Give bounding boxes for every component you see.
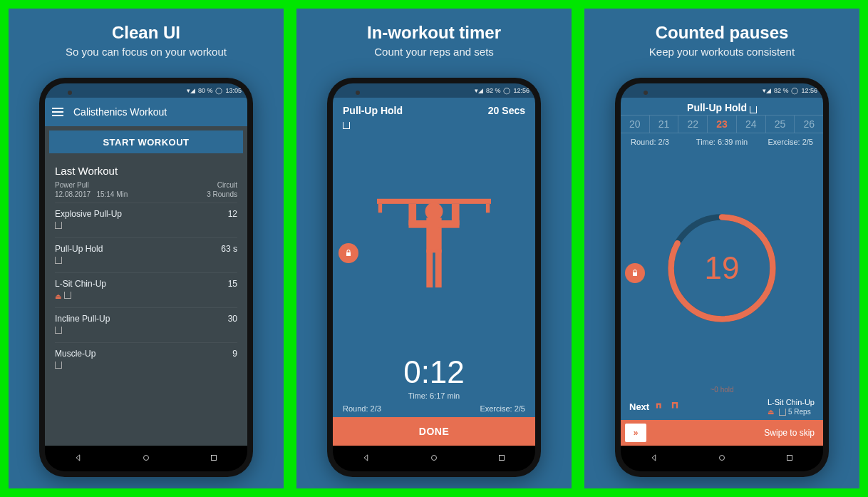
status-bar: ▾◢ 82 % ◯ 12:56	[333, 83, 535, 98]
next-label: Next	[629, 401, 649, 412]
svg-point-13	[431, 455, 436, 460]
exercise-value: 9	[232, 349, 237, 359]
rail-tick-current[interactable]: 23	[707, 116, 736, 133]
weight-icon: ⏏	[768, 408, 774, 416]
phone-mock: ▾◢ 82 % ◯ 12:56 Pull-Up Hold 20 Secs	[327, 78, 541, 477]
lock-button[interactable]	[625, 263, 645, 283]
panel-title: In-workout timer	[367, 23, 501, 43]
svg-rect-10	[438, 220, 459, 228]
panel-subtitle: Count your reps and sets	[374, 46, 494, 58]
workout-meta: Power Pull 12.08.2017 15:14 Min Circuit …	[55, 181, 237, 198]
battery-text: 80 %	[198, 87, 213, 94]
workout-name: Power Pull	[55, 181, 128, 189]
svg-rect-12	[435, 250, 442, 287]
rail-tick[interactable]: 25	[765, 116, 795, 133]
panel-subtitle: Keep your workouts consistent	[649, 46, 795, 58]
hold-note: ~0 hold	[621, 386, 823, 394]
workout-type: Circuit	[217, 181, 237, 189]
back-icon[interactable]	[640, 453, 668, 465]
showcase-container: Clean UI So you can focus on your workou…	[9, 9, 859, 488]
workout-rounds: 3 Rounds	[207, 190, 237, 198]
svg-point-5	[425, 203, 443, 220]
status-bar: ▾◢ 82 % ◯ 12:56	[621, 83, 823, 98]
exercise-duration: 20 Secs	[488, 105, 525, 116]
phone-mock: ▾◢ 80 % ◯ 13:05 Calisthenics Workout STA…	[39, 78, 253, 477]
elapsed-time: Time: 6:39 min	[696, 138, 748, 146]
list-item[interactable]: L-Sit Chin-Up⏏ 15	[55, 272, 237, 307]
rail-tick[interactable]: 24	[736, 116, 765, 133]
app-bar: Calisthenics Workout	[45, 98, 247, 126]
recent-icon[interactable]	[487, 453, 516, 465]
next-exercise-row: Next L-Sit Chin-Up ⏏ 5 Reps	[621, 394, 823, 420]
list-item[interactable]: Pull-Up Hold 63 s	[55, 237, 237, 272]
back-icon[interactable]	[352, 453, 381, 465]
box-icon	[55, 222, 62, 229]
panel-title: Clean UI	[112, 23, 180, 43]
box-icon	[55, 327, 62, 334]
start-workout-button[interactable]: START WORKOUT	[49, 130, 243, 153]
svg-rect-18	[787, 455, 792, 460]
exercise-value: 30	[228, 314, 237, 324]
workout-duration: 15:14 Min	[96, 190, 128, 198]
last-workout-card: Last Workout Power Pull 12.08.2017 15:14…	[45, 158, 247, 446]
exercise-name: Pull-Up Hold	[55, 244, 103, 254]
exercise-count: Exercise: 2/5	[768, 138, 813, 146]
exercise-name: Incline Pull-Up	[55, 314, 110, 324]
back-icon[interactable]	[64, 453, 93, 465]
home-icon[interactable]	[708, 453, 736, 465]
recent-icon[interactable]	[200, 453, 228, 465]
exercise-name: Explosive Pull-Up	[55, 209, 122, 219]
list-item[interactable]: Explosive Pull-Up 12	[55, 203, 237, 237]
countdown-value: 19	[705, 250, 740, 286]
exercise-name: L-Sit Chin-Up	[55, 279, 106, 289]
home-icon[interactable]	[420, 453, 448, 465]
exercise-value: 63 s	[221, 244, 237, 254]
rail-tick[interactable]: 26	[794, 116, 823, 133]
swipe-to-skip[interactable]: » Swipe to skip	[621, 420, 823, 446]
rail-tick[interactable]: 22	[678, 116, 707, 133]
next-exercise-icon	[655, 401, 683, 414]
exercise-value: 15	[228, 279, 237, 289]
clock-text: 13:05	[225, 87, 242, 94]
box-icon	[779, 409, 786, 416]
rail-tick[interactable]: 20	[621, 116, 649, 133]
round-count: Round: 2/3	[343, 404, 381, 413]
exercise-title: Pull-Up Hold	[343, 105, 403, 116]
elapsed-time: Time: 6:17 min	[333, 391, 535, 400]
home-icon[interactable]	[132, 453, 160, 465]
countdown-ring: 19	[621, 150, 823, 386]
phone-mock: ▾◢ 82 % ◯ 12:56 Pull-Up Hold 20 21 22 23…	[615, 78, 829, 477]
exercise-value: 12	[228, 209, 237, 219]
menu-icon[interactable]	[52, 108, 63, 116]
battery-text: 82 %	[774, 87, 789, 94]
next-reps: 5 Reps	[788, 408, 811, 416]
panel-title: Counted pauses	[656, 23, 789, 43]
recent-icon[interactable]	[775, 453, 804, 465]
panel-pauses: Counted pauses Keep your workouts consis…	[584, 9, 859, 488]
swipe-handle-icon[interactable]: »	[625, 424, 646, 442]
panel-timer: In-workout timer Count your reps and set…	[296, 9, 572, 488]
battery-text: 82 %	[486, 87, 501, 94]
box-icon	[55, 257, 62, 264]
svg-rect-3	[378, 204, 382, 212]
battery-icon: ◯	[791, 87, 798, 94]
list-item[interactable]: Muscle-Up 9	[55, 342, 237, 377]
box-icon	[55, 362, 62, 369]
box-icon	[750, 106, 757, 113]
rail-tick[interactable]: 21	[649, 116, 678, 133]
done-button[interactable]: DONE	[333, 417, 535, 446]
timer-value: 0:12	[333, 354, 535, 390]
panel-clean-ui: Clean UI So you can focus on your workou…	[9, 9, 284, 488]
signal-icon: ▾◢	[475, 87, 483, 94]
list-item[interactable]: Incline Pull-Up 30	[55, 307, 237, 342]
svg-rect-11	[426, 250, 433, 287]
lock-button[interactable]	[339, 243, 358, 263]
svg-point-0	[143, 455, 148, 460]
battery-icon: ◯	[215, 87, 222, 94]
android-nav	[621, 446, 823, 471]
seconds-rail[interactable]: 20 21 22 23 24 25 26	[621, 115, 823, 133]
clock-text: 12:56	[513, 87, 529, 94]
next-exercise-name: L-Sit Chin-Up	[768, 398, 815, 406]
exercise-illustration	[333, 132, 535, 354]
weight-icon: ⏏	[55, 292, 61, 300]
